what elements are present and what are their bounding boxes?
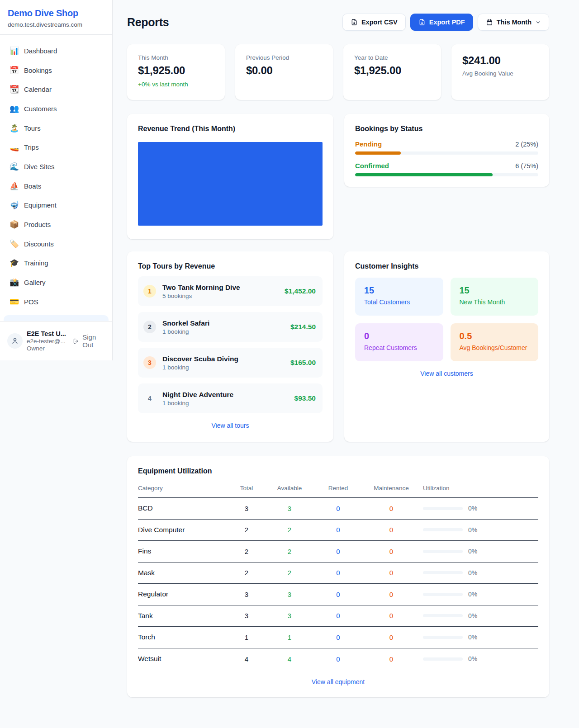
tour-name: Snorkel Safari xyxy=(162,319,290,327)
revenue-trend-chart xyxy=(138,142,323,226)
sidebar-item-discounts[interactable]: 🏷️ Discounts xyxy=(4,234,109,254)
person-icon xyxy=(11,337,19,345)
insights-grid: 15 Total Customers 15 New This Month 0 R… xyxy=(355,278,538,361)
utilization-bar xyxy=(423,571,463,574)
sidebar-item-reports-partial[interactable] xyxy=(4,315,109,321)
brand-domain: demo.test.divestreams.com xyxy=(8,21,104,28)
sidebar-item-customers[interactable]: 👥 Customers xyxy=(4,99,109,118)
brand-block: Demo Dive Shop demo.test.divestreams.com xyxy=(0,0,112,35)
table-row: Mask 2 2 0 0 0% xyxy=(138,563,538,584)
pos-icon: 💳 xyxy=(9,298,19,306)
sidebar-item-boats[interactable]: ⛵ Boats xyxy=(4,176,109,196)
sidebar-item-dive-sites[interactable]: 🌊 Dive Sites xyxy=(4,157,109,176)
export-csv-button[interactable]: Export CSV xyxy=(342,14,406,31)
sidebar-item-trips[interactable]: 🚤 Trips xyxy=(4,137,109,157)
equipment-table-header: Category Total Available Rented Maintena… xyxy=(138,485,538,498)
rank-badge: 2 xyxy=(143,321,156,333)
stat-card-year-to-date: Year to Date $1,925.00 xyxy=(343,44,441,100)
user-email: e2e-tester@... xyxy=(27,338,66,345)
tour-name: Two Tank Morning Dive xyxy=(162,284,285,292)
utilization-bar xyxy=(423,507,463,510)
tour-name: Night Dive Adventure xyxy=(162,391,294,399)
sidebar-item-pos[interactable]: 💳 POS xyxy=(4,292,109,312)
sign-out-icon xyxy=(73,337,79,345)
lower-row: Top Tours by Revenue 1 Two Tank Morning … xyxy=(127,251,549,442)
status-bar-fill xyxy=(355,151,401,155)
equipment-table: Category Total Available Rented Maintena… xyxy=(138,485,538,670)
tour-bookings: 1 booking xyxy=(162,400,294,407)
sidebar-item-equipment[interactable]: 🤿 Equipment xyxy=(4,196,109,215)
export-pdf-button[interactable]: Export PDF xyxy=(410,14,473,31)
tour-row: 2 Snorkel Safari 1 booking $214.50 xyxy=(138,312,323,342)
page-title: Reports xyxy=(127,16,169,29)
charts-row: Revenue Trend (This Month) Bookings by S… xyxy=(127,114,549,239)
status-row-confirmed: Confirmed 6 (75%) xyxy=(355,162,538,176)
sidebar-item-training[interactable]: 🎓 Training xyxy=(4,254,109,273)
stat-card-avg-booking-value: $241.00 Avg Booking Value xyxy=(451,44,549,100)
stat-value: $241.00 xyxy=(462,54,538,67)
bookings-icon: 📅 xyxy=(9,66,19,74)
avatar xyxy=(7,333,23,349)
sidebar-nav: 📊 Dashboard 📅 Bookings 📆 Calendar 👥 Cust… xyxy=(0,35,112,321)
sidebar-item-dashboard[interactable]: 📊 Dashboard xyxy=(4,41,109,61)
table-row: Dive Computer 2 2 0 0 0% xyxy=(138,520,538,541)
dive-sites-icon: 🌊 xyxy=(9,163,19,170)
user-role: Owner xyxy=(27,345,66,352)
revenue-trend-title: Revenue Trend (This Month) xyxy=(138,125,323,133)
status-count: 2 (25%) xyxy=(515,141,538,148)
rank-badge: 3 xyxy=(143,356,156,369)
view-all-customers-link[interactable]: View all customers xyxy=(355,370,538,377)
sidebar-item-calendar[interactable]: 📆 Calendar xyxy=(4,80,109,99)
status-bar-fill xyxy=(355,173,493,176)
tour-row: 4 Night Dive Adventure 1 booking $93.50 xyxy=(138,383,323,413)
customer-insights-card: Customer Insights 15 Total Customers 15 … xyxy=(344,251,549,442)
utilization-bar xyxy=(423,657,463,661)
status-row-pending: Pending 2 (25%) xyxy=(355,140,538,155)
sidebar-item-tours[interactable]: 🏝️ Tours xyxy=(4,118,109,138)
rank-badge: 1 xyxy=(143,285,156,298)
status-bar-track xyxy=(355,173,538,176)
view-all-equipment-link[interactable]: View all equipment xyxy=(138,678,538,685)
insight-tile-repeat-customers: 0 Repeat Customers xyxy=(355,323,443,361)
utilization-bar xyxy=(423,614,463,617)
tour-name: Discover Scuba Diving xyxy=(162,355,290,363)
view-all-tours-link[interactable]: View all tours xyxy=(138,422,323,429)
sidebar-item-gallery[interactable]: 📸 Gallery xyxy=(4,273,109,292)
table-row: Tank 3 3 0 0 0% xyxy=(138,605,538,627)
sidebar-item-bookings[interactable]: 📅 Bookings xyxy=(4,61,109,80)
file-download-icon xyxy=(418,19,426,26)
utilization-bar xyxy=(423,593,463,596)
user-info: E2E Test U... e2e-tester@... Owner xyxy=(27,330,66,352)
stat-value: $0.00 xyxy=(246,64,322,77)
equipment-utilization-title: Equipment Utilization xyxy=(138,467,538,475)
table-row: Torch 1 1 0 0 0% xyxy=(138,627,538,648)
status-count: 6 (75%) xyxy=(515,162,538,170)
sidebar-user-footer: E2E Test U... e2e-tester@... Owner Sign … xyxy=(0,321,112,360)
dashboard-icon: 📊 xyxy=(9,47,19,55)
products-icon: 📦 xyxy=(9,221,19,228)
table-row: Fins 2 2 0 0 0% xyxy=(138,541,538,563)
table-row: Regulator 3 3 0 0 0% xyxy=(138,584,538,605)
insight-tile-new-this-month: 15 New This Month xyxy=(451,278,539,316)
equipment-utilization-card: Equipment Utilization Category Total Ava… xyxy=(127,456,549,697)
utilization-bar xyxy=(423,550,463,553)
tour-bookings: 5 bookings xyxy=(162,293,285,299)
tour-amount: $214.50 xyxy=(290,323,316,331)
tour-bookings: 1 booking xyxy=(162,328,290,335)
sign-out-button[interactable]: Sign Out xyxy=(73,333,105,349)
table-row: BCD 3 3 0 0 0% xyxy=(138,498,538,520)
user-name: E2E Test U... xyxy=(27,330,66,337)
tours-icon: 🏝️ xyxy=(9,124,19,132)
brand-name: Demo Dive Shop xyxy=(8,8,104,19)
file-download-icon xyxy=(351,19,358,26)
period-selector[interactable]: This Month xyxy=(478,14,549,31)
stat-value: $1,925.00 xyxy=(138,64,214,77)
calendar-icon xyxy=(486,19,493,26)
stat-card-previous-period: Previous Period $0.00 xyxy=(235,44,333,100)
tour-bookings: 1 booking xyxy=(162,364,290,371)
equipment-icon: 🤿 xyxy=(9,201,19,209)
calendar-icon: 📆 xyxy=(9,85,19,93)
customer-insights-title: Customer Insights xyxy=(355,262,538,270)
sidebar-item-products[interactable]: 📦 Products xyxy=(4,215,109,234)
main-content: Reports Export CSV Export PDF This Month xyxy=(113,0,579,697)
